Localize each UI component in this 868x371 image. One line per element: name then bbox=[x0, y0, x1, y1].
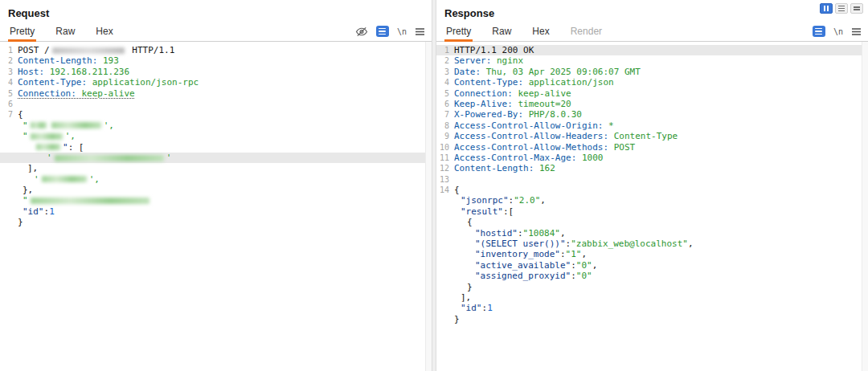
line-content: Access-Control-Max-Age: 1000 bbox=[454, 153, 603, 163]
code-text: } bbox=[18, 217, 23, 227]
code-line[interactable]: "', bbox=[0, 131, 432, 141]
redacted-text bbox=[51, 122, 101, 128]
code-line[interactable]: 9Access-Control-Allow-Headers: Content-T… bbox=[436, 131, 868, 141]
code-text: , bbox=[592, 260, 598, 271]
code-line[interactable]: 7{ bbox=[0, 109, 432, 120]
code-text: Access-Control-Allow-Origin: bbox=[454, 120, 603, 131]
newline-toggle-icon[interactable]: \n bbox=[833, 27, 843, 36]
code-line[interactable]: } bbox=[436, 314, 868, 324]
code-text: ', bbox=[89, 174, 100, 185]
code-line[interactable]: "id":1 bbox=[436, 303, 868, 313]
code-line[interactable]: } bbox=[0, 217, 432, 227]
code-text: Content-Length: bbox=[454, 163, 534, 173]
request-tab-pretty[interactable]: Pretty bbox=[8, 22, 36, 41]
request-tab-hex[interactable]: Hex bbox=[94, 22, 114, 41]
line-number: 10 bbox=[436, 142, 454, 153]
line-content: "jsonrpc":"2.0", bbox=[454, 195, 546, 206]
code-line[interactable]: 6 bbox=[0, 99, 432, 109]
code-line[interactable]: "', bbox=[0, 120, 432, 131]
code-line[interactable]: 6Keep-Alive: timeout=20 bbox=[436, 99, 868, 109]
code-line[interactable]: { bbox=[436, 217, 868, 227]
code-text: { bbox=[18, 109, 23, 120]
code-line[interactable]: 14{ bbox=[436, 185, 868, 195]
editor-menu-icon[interactable] bbox=[415, 27, 425, 36]
response-editor[interactable]: 1HTTP/1.1 200 OK2Server: nginx3Date: Thu… bbox=[436, 42, 868, 371]
code-line[interactable]: "jsonrpc":"2.0", bbox=[436, 195, 868, 206]
code-text: HTTP/1.1 200 OK bbox=[454, 45, 534, 55]
response-tab-raw[interactable]: Raw bbox=[490, 22, 513, 41]
code-line[interactable]: } bbox=[436, 282, 868, 292]
line-content: Server: nginx bbox=[454, 55, 523, 66]
line-content: "active_available":"0", bbox=[454, 260, 597, 271]
code-line[interactable]: 4Content-Type: application/json bbox=[436, 77, 868, 88]
code-line[interactable]: "id":1 bbox=[0, 206, 432, 217]
code-text: "hostid" bbox=[475, 228, 518, 238]
code-text: ', bbox=[104, 120, 114, 131]
code-line[interactable]: 3Host: 192.168.211.236 bbox=[0, 67, 432, 77]
code-line[interactable]: 4Content-Type: application/json-rpc bbox=[0, 77, 432, 88]
code-text: ', bbox=[65, 131, 76, 141]
code-line[interactable]: 1POST / HTTP/1.1 bbox=[0, 45, 432, 55]
code-line[interactable]: }, bbox=[0, 185, 432, 195]
code-line[interactable]: "(SELECT user())":"zabbix_web@localhost"… bbox=[436, 238, 868, 249]
code-line[interactable]: 2Server: nginx bbox=[436, 55, 868, 66]
code-line[interactable]: 11Access-Control-Max-Age: 1000 bbox=[436, 153, 868, 163]
request-tab-raw[interactable]: Raw bbox=[54, 22, 76, 41]
newline-toggle-icon[interactable]: \n bbox=[397, 27, 407, 36]
code-line[interactable]: 2Content-Length: 193 bbox=[0, 55, 432, 66]
code-line[interactable]: "hostid":"10084", bbox=[436, 228, 868, 238]
code-text: : bbox=[571, 260, 576, 271]
code-text: 1000 bbox=[576, 153, 603, 163]
line-number: 5 bbox=[436, 88, 454, 99]
line-content: { bbox=[18, 109, 23, 120]
code-text: POST / bbox=[18, 45, 50, 55]
code-line[interactable]: "assigned_proxyid":"0" bbox=[436, 271, 868, 281]
code-line[interactable]: 8Access-Control-Allow-Origin: * bbox=[436, 120, 868, 131]
code-text: , bbox=[540, 195, 546, 206]
code-line[interactable]: '', bbox=[0, 174, 432, 185]
response-tab-hex[interactable]: Hex bbox=[530, 22, 551, 41]
code-text: " bbox=[23, 131, 28, 141]
code-line[interactable]: "active_available":"0", bbox=[436, 260, 868, 271]
line-number bbox=[436, 292, 454, 303]
response-tab-pretty[interactable]: Pretty bbox=[444, 22, 473, 41]
code-line[interactable]: 5Connection: keep-alive bbox=[0, 88, 432, 99]
code-text: ' bbox=[34, 174, 39, 185]
wrap-icon[interactable] bbox=[376, 26, 389, 37]
code-line[interactable]: ], bbox=[0, 163, 432, 173]
code-text: Host: bbox=[18, 67, 44, 77]
code-line[interactable]: ": [ bbox=[0, 142, 432, 153]
code-line[interactable]: 12Content-Length: 162 bbox=[436, 163, 868, 173]
code-line[interactable]: '' bbox=[0, 153, 432, 163]
line-number: 12 bbox=[436, 163, 454, 173]
code-text: :[ bbox=[503, 206, 514, 217]
editor-menu-icon[interactable] bbox=[851, 27, 862, 36]
code-line[interactable]: 5Connection: keep-alive bbox=[436, 88, 868, 99]
wrap-icon[interactable] bbox=[813, 26, 825, 37]
line-content: Access-Control-Allow-Methods: POST bbox=[454, 142, 635, 153]
response-panel: Response Pretty Raw Hex Render \n 1HTTP/… bbox=[436, 0, 868, 371]
code-line[interactable]: 13 bbox=[436, 174, 868, 185]
code-line[interactable]: 10Access-Control-Allow-Methods: POST bbox=[436, 142, 868, 153]
response-scrollbar[interactable] bbox=[862, 42, 868, 371]
code-line[interactable]: 1HTTP/1.1 200 OK bbox=[436, 45, 868, 55]
response-tab-bar: Pretty Raw Hex Render \n bbox=[436, 22, 868, 42]
line-number: 4 bbox=[0, 77, 18, 88]
layout-rows-button[interactable] bbox=[835, 3, 848, 14]
code-line[interactable]: "result":[ bbox=[436, 206, 868, 217]
code-line[interactable]: 7X-Powered-By: PHP/8.0.30 bbox=[436, 109, 868, 120]
code-line[interactable]: ], bbox=[436, 292, 868, 303]
redacted-text bbox=[31, 198, 149, 204]
request-editor[interactable]: 1POST / HTTP/1.12Content-Length: 1933Hos… bbox=[0, 42, 432, 371]
code-line[interactable]: " bbox=[0, 195, 432, 206]
pause-button[interactable] bbox=[820, 3, 833, 14]
code-line[interactable]: "inventory_mode":"1", bbox=[436, 249, 868, 259]
line-content: "hostid":"10084", bbox=[454, 228, 566, 238]
line-content: }, bbox=[18, 185, 33, 195]
request-scrollbar[interactable] bbox=[425, 42, 432, 371]
eye-slash-icon[interactable] bbox=[355, 26, 368, 37]
code-line[interactable]: 3Date: Thu, 03 Apr 2025 09:06:07 GMT bbox=[436, 67, 868, 77]
line-number: 6 bbox=[436, 99, 454, 109]
line-number bbox=[0, 163, 18, 173]
layout-equal-button[interactable] bbox=[850, 3, 863, 14]
